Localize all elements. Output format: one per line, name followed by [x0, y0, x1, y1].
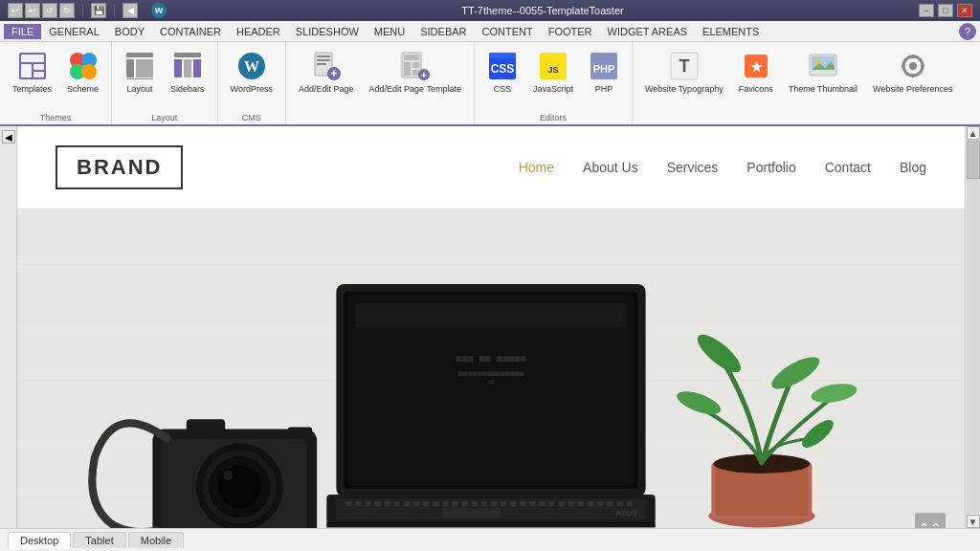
- svg-rect-79: [356, 501, 362, 506]
- website-preferences-icon: [898, 51, 928, 81]
- menu-general[interactable]: GENERAL: [41, 24, 107, 39]
- left-panel-toggle[interactable]: ◀: [2, 130, 15, 143]
- ribbon-btn-css[interactable]: CSS CSS: [480, 46, 524, 99]
- svg-text:JS: JS: [547, 65, 558, 75]
- svg-rect-108: [442, 508, 501, 518]
- toolbar-icon-3[interactable]: ↺: [42, 3, 57, 18]
- menu-file[interactable]: FILE: [4, 24, 41, 39]
- svg-rect-113: [715, 468, 808, 517]
- javascript-icon: JS: [538, 51, 568, 81]
- scroll-up-button[interactable]: ▲: [967, 126, 980, 140]
- svg-rect-84: [404, 501, 410, 506]
- svg-rect-102: [578, 501, 584, 506]
- sidebars-icon: [172, 51, 203, 81]
- tab-desktop[interactable]: Desktop: [8, 532, 71, 549]
- ribbon-btn-wordpress[interactable]: W WordPress: [224, 46, 279, 99]
- close-button[interactable]: ✕: [957, 4, 972, 17]
- ribbon-btn-website-typography[interactable]: T Website Typography: [638, 46, 730, 99]
- svg-rect-106: [616, 501, 622, 506]
- toolbar-icons: ↩ ↩ ↺ ↻: [8, 3, 75, 18]
- svg-rect-93: [491, 501, 497, 506]
- wp-icon: W: [151, 3, 167, 18]
- menu-widget-areas[interactable]: WIDGET AREAS: [600, 24, 696, 39]
- menu-body[interactable]: BODY: [107, 24, 152, 39]
- ribbon-group-layout: Layout Sidebars Layout: [112, 42, 218, 124]
- svg-point-8: [81, 64, 97, 79]
- svg-rect-100: [559, 501, 565, 506]
- ribbon-btn-add-edit-page[interactable]: + Add/Edit Page: [292, 46, 361, 99]
- theme-thumbnail-icon: [808, 51, 838, 81]
- nav-services[interactable]: Services: [667, 160, 719, 175]
- nav-contact[interactable]: Contact: [825, 160, 871, 175]
- svg-rect-11: [136, 59, 153, 77]
- toolbar-icon-1[interactable]: ↩: [8, 3, 23, 18]
- menu-sidebar[interactable]: SIDEBAR: [412, 24, 474, 39]
- toolbar-icon-back[interactable]: ◀: [122, 3, 138, 18]
- title-bar-title: TT-7theme--0055-TemplateToaster: [167, 5, 919, 16]
- help-button[interactable]: ?: [959, 23, 976, 40]
- ribbon-btn-website-preferences[interactable]: Website Preferences: [866, 46, 959, 99]
- ribbon-group-themes-label: Themes: [40, 113, 72, 122]
- ribbon-btn-php[interactable]: PHP PHP: [582, 46, 626, 99]
- svg-rect-107: [626, 501, 632, 506]
- svg-rect-29: [412, 70, 419, 76]
- brand-logo[interactable]: BRAND: [56, 145, 183, 189]
- ribbon-btn-theme-thumbnail[interactable]: Theme Thumbnail: [782, 46, 864, 99]
- menu-container[interactable]: CONTAINER: [152, 24, 229, 39]
- svg-rect-16: [193, 59, 201, 77]
- ribbon-group-addedit-items: + Add/Edit Page + Ad: [292, 46, 468, 121]
- tab-mobile[interactable]: Mobile: [128, 532, 184, 548]
- nav-home[interactable]: Home: [519, 160, 554, 175]
- toolbar-icon-save[interactable]: 💾: [91, 3, 106, 18]
- ribbon-group-addedit: + Add/Edit Page + Ad: [286, 42, 475, 124]
- svg-point-48: [909, 62, 917, 70]
- svg-rect-101: [568, 501, 574, 506]
- svg-rect-98: [540, 501, 546, 506]
- svg-rect-9: [126, 53, 153, 57]
- php-icon: PHP: [589, 51, 619, 81]
- ribbon-group-cms-items: W WordPress: [224, 46, 279, 111]
- scroll-thumb[interactable]: [967, 141, 980, 179]
- svg-rect-99: [549, 501, 555, 506]
- menu-slideshow[interactable]: SLIDESHOW: [288, 24, 367, 39]
- menu-header[interactable]: HEADER: [229, 24, 288, 39]
- svg-rect-28: [412, 62, 419, 68]
- ribbon-btn-favicons[interactable]: ★ Favicons: [732, 46, 780, 99]
- add-edit-page-icon: +: [311, 51, 342, 81]
- toolbar-icon-4[interactable]: ↻: [59, 3, 75, 18]
- svg-text:+: +: [420, 69, 426, 80]
- nav-portfolio[interactable]: Portfolio: [746, 160, 795, 175]
- svg-rect-103: [588, 501, 593, 506]
- site-nav: Home About Us Services Portfolio Contact…: [519, 160, 926, 175]
- ribbon-btn-add-edit-page-template[interactable]: + Add/Edit Page Template: [363, 46, 468, 99]
- scroll-track[interactable]: [967, 141, 980, 514]
- ribbon-btn-layout[interactable]: Layout: [118, 46, 162, 99]
- menu-content[interactable]: CONTENT: [475, 24, 541, 39]
- scroll-down-button[interactable]: ▼: [967, 515, 980, 528]
- svg-rect-20: [317, 55, 330, 57]
- svg-rect-3: [33, 64, 44, 70]
- title-bar: ↩ ↩ ↺ ↻ 💾 ◀ W TT-7theme--0055-TemplateTo…: [0, 0, 980, 21]
- menu-elements[interactable]: ELEMENTS: [695, 24, 767, 39]
- nav-blog[interactable]: Blog: [900, 160, 926, 175]
- scheme-icon: [68, 51, 99, 81]
- svg-rect-72: [356, 303, 627, 327]
- nav-about[interactable]: About Us: [583, 160, 638, 175]
- tab-tablet[interactable]: Tablet: [73, 532, 125, 548]
- ribbon-btn-scheme[interactable]: Scheme: [60, 46, 105, 99]
- minimize-button[interactable]: –: [919, 4, 934, 17]
- ribbon-btn-templates[interactable]: Templates: [6, 46, 58, 99]
- maximize-button[interactable]: □: [938, 4, 953, 17]
- menu-footer[interactable]: FOOTER: [541, 24, 600, 39]
- toolbar-icon-2[interactable]: ↩: [25, 3, 40, 18]
- scroll-to-top-button[interactable]: ⌃⌃: [915, 513, 946, 528]
- svg-rect-80: [366, 501, 371, 506]
- svg-rect-88: [442, 501, 448, 506]
- ribbon-btn-sidebars[interactable]: Sidebars: [164, 46, 212, 99]
- ribbon-btn-javascript[interactable]: JS JavaScript: [526, 46, 580, 99]
- ribbon-group-themes: Templates Scheme Themes: [0, 42, 112, 124]
- menu-menu[interactable]: MENU: [367, 24, 412, 39]
- svg-text:+: +: [330, 67, 337, 80]
- title-bar-controls[interactable]: – □ ✕: [919, 4, 972, 17]
- website-preview: BRAND Home About Us Services Portfolio C…: [17, 126, 965, 528]
